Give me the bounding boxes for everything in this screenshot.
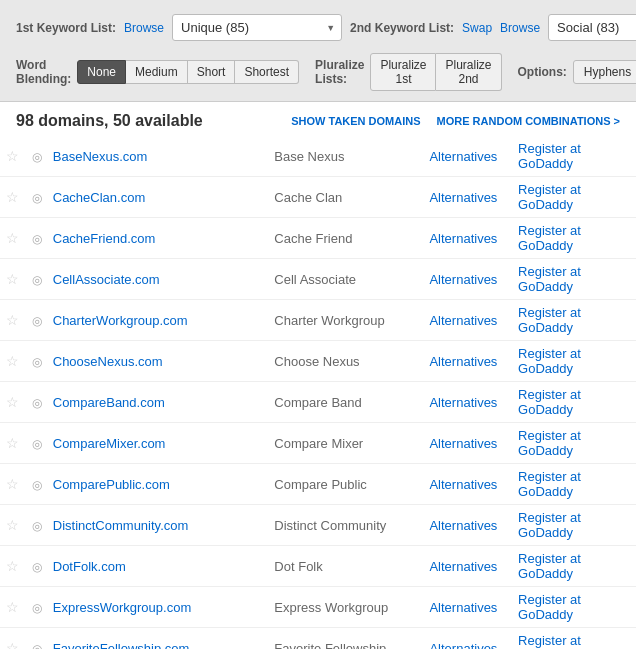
words-cell: Express Workgroup xyxy=(270,587,425,628)
register-link[interactable]: Register at GoDaddy xyxy=(518,223,581,253)
words-cell: Compare Public xyxy=(270,464,425,505)
results-header: 98 domains, 50 available SHOW TAKEN DOMA… xyxy=(0,102,636,136)
star-icon[interactable]: ☆ xyxy=(6,640,19,649)
domain-cell: ChooseNexus.com xyxy=(49,341,271,382)
alternatives-link[interactable]: Alternatives xyxy=(429,600,497,615)
play-icon[interactable]: ◎ xyxy=(32,396,42,410)
domain-link[interactable]: CacheClan.com xyxy=(53,190,146,205)
blending-shortest-button[interactable]: Shortest xyxy=(235,60,299,84)
keyword2-select[interactable]: Social (83) xyxy=(548,14,636,41)
play-icon[interactable]: ◎ xyxy=(32,601,42,615)
domain-link[interactable]: DotFolk.com xyxy=(53,559,126,574)
domain-link[interactable]: ChooseNexus.com xyxy=(53,354,163,369)
blending-label: Word Blending: xyxy=(16,58,71,86)
alternatives-link[interactable]: Alternatives xyxy=(429,272,497,287)
register-link[interactable]: Register at GoDaddy xyxy=(518,346,581,376)
play-icon[interactable]: ◎ xyxy=(32,273,42,287)
register-link[interactable]: Register at GoDaddy xyxy=(518,141,581,171)
alternatives-link[interactable]: Alternatives xyxy=(429,641,497,650)
table-row: ☆ ◎ CacheFriend.com Cache Friend Alterna… xyxy=(0,218,636,259)
register-link[interactable]: Register at GoDaddy xyxy=(518,387,581,417)
register-cell: Register at GoDaddy xyxy=(514,464,636,505)
register-link[interactable]: Register at GoDaddy xyxy=(518,469,581,499)
play-icon[interactable]: ◎ xyxy=(32,560,42,574)
domain-link[interactable]: CacheFriend.com xyxy=(53,231,156,246)
alternatives-link[interactable]: Alternatives xyxy=(429,518,497,533)
register-cell: Register at GoDaddy xyxy=(514,587,636,628)
register-link[interactable]: Register at GoDaddy xyxy=(518,510,581,540)
words-text: Distinct Community xyxy=(274,518,386,533)
star-icon[interactable]: ☆ xyxy=(6,189,19,205)
keyword2-browse-link[interactable]: Browse xyxy=(500,21,540,35)
star-icon[interactable]: ☆ xyxy=(6,558,19,574)
alternatives-link[interactable]: Alternatives xyxy=(429,354,497,369)
domain-link[interactable]: DistinctCommunity.com xyxy=(53,518,189,533)
play-cell: ◎ xyxy=(24,628,48,650)
star-icon[interactable]: ☆ xyxy=(6,353,19,369)
play-icon[interactable]: ◎ xyxy=(32,519,42,533)
more-random-link[interactable]: MORE RANDOM COMBINATIONS > xyxy=(437,115,620,127)
table-row: ☆ ◎ DistinctCommunity.com Distinct Commu… xyxy=(0,505,636,546)
play-icon[interactable]: ◎ xyxy=(32,150,42,164)
register-link[interactable]: Register at GoDaddy xyxy=(518,305,581,335)
register-link[interactable]: Register at GoDaddy xyxy=(518,182,581,212)
star-icon[interactable]: ☆ xyxy=(6,148,19,164)
domain-table: ☆ ◎ BaseNexus.com Base Nexus Alternative… xyxy=(0,136,636,649)
show-taken-link[interactable]: SHOW TAKEN DOMAINS xyxy=(291,115,420,127)
play-icon[interactable]: ◎ xyxy=(32,437,42,451)
alternatives-cell: Alternatives xyxy=(425,464,514,505)
domain-link[interactable]: ExpressWorkgroup.com xyxy=(53,600,191,615)
words-text: Choose Nexus xyxy=(274,354,359,369)
star-icon[interactable]: ☆ xyxy=(6,394,19,410)
keyword2-swap-link[interactable]: Swap xyxy=(462,21,492,35)
pluralize-1st-button[interactable]: Pluralize 1st xyxy=(370,53,436,91)
play-icon[interactable]: ◎ xyxy=(32,478,42,492)
alternatives-link[interactable]: Alternatives xyxy=(429,477,497,492)
register-link[interactable]: Register at GoDaddy xyxy=(518,592,581,622)
pluralize-2nd-button[interactable]: Pluralize 2nd xyxy=(436,53,501,91)
domain-cell: DistinctCommunity.com xyxy=(49,505,271,546)
alternatives-link[interactable]: Alternatives xyxy=(429,231,497,246)
domain-link[interactable]: CharterWorkgroup.com xyxy=(53,313,188,328)
star-icon[interactable]: ☆ xyxy=(6,517,19,533)
star-icon[interactable]: ☆ xyxy=(6,435,19,451)
star-cell: ☆ xyxy=(0,382,24,423)
alternatives-link[interactable]: Alternatives xyxy=(429,395,497,410)
play-icon[interactable]: ◎ xyxy=(32,642,42,650)
alternatives-link[interactable]: Alternatives xyxy=(429,436,497,451)
blending-short-button[interactable]: Short xyxy=(188,60,236,84)
register-link[interactable]: Register at GoDaddy xyxy=(518,551,581,581)
domain-link[interactable]: CompareBand.com xyxy=(53,395,165,410)
keyword1-browse-link[interactable]: Browse xyxy=(124,21,164,35)
play-icon[interactable]: ◎ xyxy=(32,232,42,246)
hyphens-button[interactable]: Hyphens xyxy=(573,60,636,84)
star-icon[interactable]: ☆ xyxy=(6,312,19,328)
play-icon[interactable]: ◎ xyxy=(32,191,42,205)
alternatives-link[interactable]: Alternatives xyxy=(429,313,497,328)
domain-link[interactable]: FavoriteFellowship.com xyxy=(53,641,190,650)
alternatives-cell: Alternatives xyxy=(425,259,514,300)
register-link[interactable]: Register at GoDaddy xyxy=(518,633,581,649)
alternatives-link[interactable]: Alternatives xyxy=(429,190,497,205)
keyword1-select[interactable]: Unique (85) xyxy=(172,14,342,41)
blending-medium-button[interactable]: Medium xyxy=(126,60,188,84)
domain-link[interactable]: ComparePublic.com xyxy=(53,477,170,492)
alternatives-link[interactable]: Alternatives xyxy=(429,149,497,164)
star-icon[interactable]: ☆ xyxy=(6,476,19,492)
register-cell: Register at GoDaddy xyxy=(514,341,636,382)
play-icon[interactable]: ◎ xyxy=(32,355,42,369)
alternatives-link[interactable]: Alternatives xyxy=(429,559,497,574)
play-icon[interactable]: ◎ xyxy=(32,314,42,328)
domain-link[interactable]: CellAssociate.com xyxy=(53,272,160,287)
keyword2-label: 2nd Keyword List: xyxy=(350,21,454,35)
results-count: 98 domains, 50 available xyxy=(16,112,291,130)
domain-link[interactable]: CompareMixer.com xyxy=(53,436,166,451)
register-link[interactable]: Register at GoDaddy xyxy=(518,264,581,294)
domain-link[interactable]: BaseNexus.com xyxy=(53,149,148,164)
blending-none-button[interactable]: None xyxy=(77,60,126,84)
star-icon[interactable]: ☆ xyxy=(6,271,19,287)
star-icon[interactable]: ☆ xyxy=(6,230,19,246)
star-icon[interactable]: ☆ xyxy=(6,599,19,615)
register-link[interactable]: Register at GoDaddy xyxy=(518,428,581,458)
words-text: Favorite Fellowship xyxy=(274,641,386,650)
